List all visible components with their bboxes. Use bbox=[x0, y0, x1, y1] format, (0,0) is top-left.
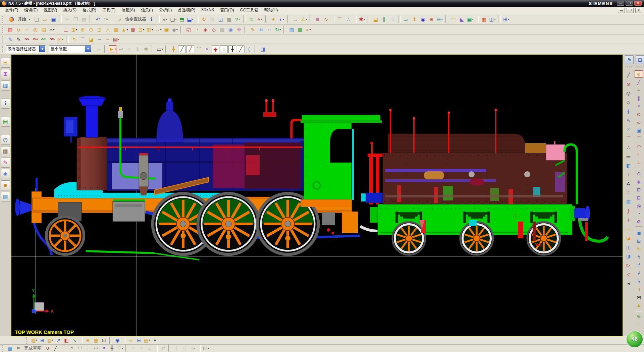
box-primitive-icon[interactable]: ◧ bbox=[624, 161, 633, 170]
fillet-icon[interactable]: ◠ bbox=[76, 345, 84, 352]
circle-diamond-icon[interactable]: ◈ bbox=[635, 178, 643, 185]
link-face-icon[interactable]: ◔ bbox=[193, 26, 201, 34]
sketch-finish-badge-icon[interactable]: ▩ bbox=[6, 345, 14, 352]
selection-scope-dropdown[interactable]: 整个装配 ▼ bbox=[49, 45, 91, 53]
rectangle-select-icon[interactable]: ▭▾ bbox=[156, 45, 164, 53]
corner-patch-icon[interactable]: ◱ bbox=[185, 26, 193, 34]
menu-item[interactable]: 文件(F) bbox=[2, 7, 21, 14]
interpart-link-icon[interactable]: ∞ bbox=[127, 337, 135, 344]
menu-item[interactable]: 首选项(P) bbox=[175, 7, 198, 14]
snap-end-point-icon[interactable]: ╱ bbox=[178, 45, 186, 53]
profile-icon[interactable]: ∪ bbox=[44, 345, 51, 352]
assembly-constraints-icon[interactable]: ↘ bbox=[71, 337, 78, 344]
wave-geometry-linker-icon[interactable]: ⊟ bbox=[135, 337, 143, 344]
display-constraints-icon[interactable]: ◁▾ bbox=[189, 345, 196, 352]
hand-tool-4-icon[interactable]: ↳ bbox=[635, 277, 643, 285]
parallel-lines-icon[interactable]: ∥ bbox=[635, 95, 643, 102]
cube-grid-icon[interactable]: ▣ bbox=[635, 127, 643, 134]
open-component-icon[interactable]: ⊞ bbox=[39, 337, 46, 344]
circle-on-point-icon[interactable]: ⊙ bbox=[635, 111, 643, 118]
hole-icon[interactable]: ◉ bbox=[419, 15, 427, 23]
tender-wheel-3[interactable] bbox=[527, 222, 560, 255]
remove-component-icon[interactable]: ⊠ bbox=[129, 26, 137, 34]
fit-window-icon[interactable]: ▩ bbox=[225, 15, 233, 23]
snap-point-on-face-icon[interactable]: ( bbox=[245, 45, 253, 53]
quick-extend-icon[interactable]: × bbox=[138, 345, 145, 352]
sheet-metal-icon[interactable]: ▤ bbox=[40, 26, 48, 34]
dropdown-arrow-icon[interactable]: ▼ bbox=[39, 46, 45, 52]
snap-mid-point-icon[interactable]: ╱ bbox=[186, 45, 194, 53]
menu-item[interactable]: 装配(A) bbox=[118, 7, 138, 14]
chamfer-icon[interactable]: ⌐ bbox=[84, 345, 92, 352]
graphics-viewport[interactable]: YC YC Y X TOP WORK Camera TOP bbox=[11, 54, 623, 336]
minimize-button[interactable]: — bbox=[617, 1, 624, 6]
sphere-tool-icon[interactable]: ◌ bbox=[266, 26, 273, 34]
grid-snap-gs-icon[interactable]: G/s bbox=[23, 36, 31, 43]
line-curve-icon[interactable]: ╱ bbox=[624, 71, 633, 79]
tangent-arc-icon[interactable]: ◠ bbox=[635, 143, 643, 150]
restore-button[interactable]: ❐ bbox=[626, 1, 633, 6]
snap-bounded-plane-icon[interactable]: ◨ bbox=[259, 45, 267, 53]
polyline-icon[interactable]: ≀ bbox=[624, 170, 633, 179]
chamfer-icon[interactable]: ◣ bbox=[458, 15, 466, 23]
gauge-icon[interactable]: ◔ bbox=[635, 210, 643, 217]
anchor-component-icon[interactable]: ⊙ bbox=[87, 26, 95, 34]
rectangle-curve-icon[interactable]: ▭ bbox=[624, 152, 633, 161]
part-navigator-tab[interactable]: ▥ bbox=[1, 80, 10, 91]
point-set-icon[interactable]: ∴ bbox=[624, 143, 633, 152]
polygon-icon[interactable]: ◇ bbox=[624, 98, 633, 106]
info-icon[interactable]: ℹ bbox=[148, 15, 155, 23]
pattern-feature-icon[interactable]: ▦ bbox=[480, 15, 488, 23]
constraint-join-icon[interactable]: ⋈ bbox=[635, 293, 643, 301]
rotate-view-icon[interactable]: ↻ bbox=[200, 15, 208, 23]
air-pump[interactable] bbox=[139, 153, 148, 195]
snap-arc-center-icon[interactable]: ◉ bbox=[212, 45, 219, 53]
checkered-flag-icon[interactable]: ⚑ bbox=[625, 55, 634, 64]
studio-spline-icon[interactable]: ∿ bbox=[624, 116, 633, 124]
circle-box-icon[interactable]: ⊡ bbox=[635, 186, 643, 193]
product-outline-icon[interactable]: ▤▾ bbox=[143, 337, 151, 344]
circle-icon[interactable]: ○ bbox=[68, 345, 75, 352]
tender-body[interactable] bbox=[383, 153, 567, 204]
rear-water-hose[interactable] bbox=[580, 221, 607, 241]
child-restore-button[interactable]: ❐ bbox=[627, 8, 634, 13]
component-frame-icon[interactable]: ▣ bbox=[163, 26, 170, 34]
circle-slot-icon[interactable]: ⊟ bbox=[635, 194, 643, 201]
update-session-icon[interactable]: ↻▾ bbox=[274, 26, 282, 34]
wave-link-icon[interactable]: ≋ bbox=[257, 26, 265, 34]
show-hide-icon[interactable]: ✦ bbox=[270, 15, 277, 23]
intersection-curve-icon[interactable]: × bbox=[624, 125, 633, 133]
bridge-curve-icon[interactable]: ⌒ bbox=[336, 15, 344, 23]
menu-item[interactable]: 插入(S) bbox=[60, 7, 79, 14]
edge-blend-icon[interactable]: ◠ bbox=[450, 15, 458, 23]
assembly-lock-icon[interactable]: ⊛ bbox=[635, 312, 643, 320]
zoom-window-icon[interactable]: ◱ bbox=[217, 15, 225, 23]
start-button[interactable]: 开始 ▾ bbox=[6, 15, 33, 23]
target-box-icon[interactable]: ⊡▾ bbox=[57, 36, 64, 43]
edit-object-display-icon[interactable]: ◐▾ bbox=[278, 15, 286, 23]
law-curve-icon[interactable]: ∫ bbox=[624, 207, 633, 215]
perpendicular-constraint-icon[interactable]: ⊥ bbox=[635, 159, 643, 166]
mirror-feature-icon[interactable]: ◫▾ bbox=[489, 15, 496, 23]
extrude-body-icon[interactable]: ▧ bbox=[6, 26, 14, 34]
exploded-view-icon[interactable]: ⊕ bbox=[84, 337, 92, 344]
hd3d-tool-tab[interactable]: ▤ bbox=[1, 117, 10, 127]
collapse-arrow-icon[interactable]: ◂ bbox=[624, 279, 633, 287]
circle-point-icon[interactable]: ⊙ bbox=[624, 80, 633, 88]
measure-distance-icon[interactable]: ↔ bbox=[292, 15, 300, 23]
rear-buffer[interactable] bbox=[570, 206, 590, 221]
quick-trim-icon[interactable]: × bbox=[130, 345, 137, 352]
point-icon[interactable]: ✦ bbox=[100, 345, 108, 352]
robot-arm-icon[interactable]: ↴ bbox=[635, 285, 643, 293]
diamond-plane-icon[interactable]: ◇ bbox=[210, 26, 218, 34]
component-warning-icon[interactable]: △ bbox=[104, 26, 112, 34]
sheet-body-icon[interactable]: ◪ bbox=[624, 234, 633, 242]
boolean-subtract-icon[interactable]: ⊖▾ bbox=[436, 15, 444, 23]
menu-item[interactable]: 格式(R) bbox=[79, 7, 99, 14]
grab-object-icon[interactable]: ✱ bbox=[142, 45, 150, 53]
notification-bubble[interactable]: 46 bbox=[626, 331, 643, 348]
menu-item[interactable]: 工具(T) bbox=[99, 7, 118, 14]
find-in-assembly-icon[interactable]: ⌕ bbox=[95, 45, 103, 53]
pocket-icon[interactable]: ⬓ bbox=[372, 15, 380, 23]
command-finder-label[interactable]: 命令查找器 bbox=[124, 16, 147, 22]
